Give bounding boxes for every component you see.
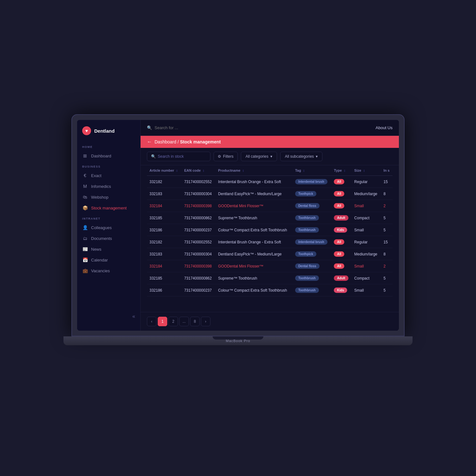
table-row[interactable]: 332182 7317400002552 Interdental Brush O… [147,236,393,248]
topbar-right: About Us [376,125,393,130]
table-row[interactable]: 332183 7317400000304 Dentland EasyPick™ … [147,248,393,260]
calendar-icon: 📅 [82,257,88,262]
tag-badge: Toothbrush [295,215,319,221]
pagination-next[interactable]: › [201,317,210,326]
table-header: Article number ↕ EAN code ↕ Productname … [147,165,393,176]
cell-type: All [331,236,352,248]
type-badge: Kids [334,227,347,233]
cell-article: 332182 [147,236,182,248]
sidebar-item-calendar[interactable]: 📅 Calendar [77,255,140,265]
type-badge: Adult [334,215,348,221]
table-row[interactable]: 332183 7317400000304 Dentland EasyPick™ … [147,188,393,200]
laptop-notch [213,336,263,340]
col-size[interactable]: Size ↕ [352,165,381,176]
topbar: 🔍 About Us [141,120,399,136]
cell-article: 332185 [147,212,182,224]
cell-size: Small [352,224,381,236]
about-us-link[interactable]: About Us [376,125,393,130]
breadcrumb-back-button[interactable]: ← [147,139,152,145]
sidebar-item-documents[interactable]: 🗂 Documents [77,233,140,244]
cell-type: Adult [331,212,352,224]
pagination-page-8[interactable]: 8 [190,317,200,326]
cell-tag: Dental floss [293,260,331,272]
sidebar-item-vacancies[interactable]: 💼 Vacancies [77,265,140,276]
cell-product: Supreme™ Toothbrush [215,272,293,284]
stock-table: Article number ↕ EAN code ↕ Productname … [147,165,393,296]
table-row[interactable]: 332186 7317400000237 Colour™ Compact Ext… [147,224,393,236]
all-categories-label: All categories [246,154,268,159]
cell-size: Medium/large [352,248,381,260]
all-categories-dropdown[interactable]: All categories ▾ [241,152,277,161]
sidebar-documents-label: Documents [91,236,112,241]
col-ean[interactable]: EAN code ↕ [182,165,215,176]
pagination-page-2[interactable]: 2 [169,317,178,326]
cell-size: Small [352,200,381,212]
laptop-wrapper: ♥ Dentland HOME ⊞ Dashboard BUSINESS € E… [63,114,413,362]
type-badge: Adult [334,275,348,281]
table-row[interactable]: 332184 7317400000398 GOODental Mini Flos… [147,260,393,272]
pagination-prev[interactable]: ‹ [147,317,156,326]
pagination-page-1[interactable]: 1 [158,317,167,326]
col-type[interactable]: Type ↕ [331,165,352,176]
cell-ean: 7317400000237 [182,224,215,236]
table-row[interactable]: 332182 7317400002552 Interdental Brush O… [147,176,393,188]
col-in-stock: In s [381,165,393,176]
documents-icon: 🗂 [82,236,88,241]
sidebar-item-news[interactable]: 📰 News [77,244,140,255]
global-search-input[interactable] [155,125,218,130]
sidebar-item-webshop[interactable]: 🛍 Webshop [77,192,140,202]
cell-product: Supreme™ Toothbrush [215,212,293,224]
sidebar-item-dashboard[interactable]: ⊞ Dashboard [77,150,140,161]
tag-badge: Toothbrush [295,275,319,281]
cell-product: Interdental Brush Orange - Extra Soft [215,176,293,188]
col-tag[interactable]: Tag ↕ [293,165,331,176]
cell-in-stock: 2 [381,260,393,272]
laptop-base [63,336,413,345]
vacancies-icon: 💼 [82,268,88,273]
colleagues-icon: 👤 [82,225,88,230]
table-row[interactable]: 332184 7317400000398 GOODental Mini Flos… [147,200,393,212]
pagination: ‹ 1 2 ... 8 › [141,312,399,331]
cell-tag: Toothpick [293,188,331,200]
sidebar: ♥ Dentland HOME ⊞ Dashboard BUSINESS € E… [77,120,141,331]
stock-search-box[interactable]: 🔍 Search in stock [147,152,210,161]
laptop-screen: ♥ Dentland HOME ⊞ Dashboard BUSINESS € E… [77,120,399,331]
cell-in-stock: 8 [381,248,393,260]
filter-bar: 🔍 Search in stock ⚙ Filters All categori… [141,148,399,165]
sidebar-item-exact[interactable]: € Exact [77,170,140,181]
sidebar-calendar-label: Calendar [91,258,108,262]
breadcrumb-bar: ← Dashboard / Stock management [141,136,399,148]
col-article[interactable]: Article number ↕ [147,165,182,176]
col-product[interactable]: Productname ↕ [215,165,293,176]
tag-badge: Toothpick [295,191,316,196]
tag-badge: Toothbrush [295,227,319,233]
table-row[interactable]: 332186 7317400000237 Colour™ Compact Ext… [147,284,393,296]
filters-button[interactable]: ⚙ Filters [214,152,238,161]
all-subcategories-dropdown[interactable]: All subcategories ▾ [280,152,322,161]
sidebar-item-infomedics[interactable]: M Infomedics [77,181,140,192]
chevron-down-icon: ▾ [270,154,272,159]
cell-in-stock: 5 [381,272,393,284]
search-icon: 🔍 [147,125,152,130]
all-subcategories-label: All subcategories [285,154,314,159]
webshop-icon: 🛍 [82,195,88,200]
cell-type: All [331,188,352,200]
infomedics-icon: M [82,184,88,189]
sidebar-collapse-button[interactable]: « [77,308,140,324]
cell-ean: 7317400000237 [182,284,215,296]
type-badge: All [334,203,344,208]
table-row[interactable]: 332185 7317400000862 Supreme™ Toothbrush… [147,272,393,284]
sidebar-item-stock-management[interactable]: 📦 Stock management [77,202,140,213]
logo-icon: ♥ [82,126,91,135]
stock-search-placeholder: Search in stock [158,154,184,159]
cell-article: 332183 [147,188,182,200]
cell-product: Dentland EasyPick™ - Medium/Large [215,188,293,200]
table-row[interactable]: 332185 7317400000862 Supreme™ Toothbrush… [147,212,393,224]
cell-article: 332186 [147,284,182,296]
cell-article: 332186 [147,224,182,236]
sidebar-dashboard-label: Dashboard [91,154,111,158]
cell-type: Kids [331,284,352,296]
breadcrumb-text: Dashboard / Stock management [155,139,221,144]
tag-badge: Toothpick [295,251,316,257]
sidebar-item-colleagues[interactable]: 👤 Colleagues [77,222,140,233]
